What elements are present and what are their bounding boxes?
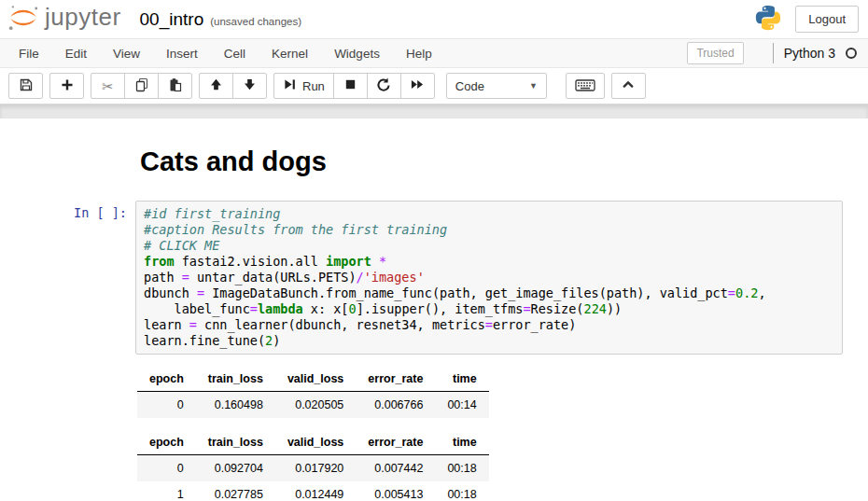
training-results-table-1: epochtrain_lossvalid_losserror_ratetime0… [137,367,489,418]
restart-icon [376,77,391,95]
restart-run-all-button[interactable] [400,73,435,99]
code-line: learn.fine_tune(2) [144,333,834,349]
arrow-down-icon [243,77,257,94]
column-header: epoch [137,367,196,392]
column-header: valid_loss [275,367,356,392]
menu-item-help[interactable]: Help [393,47,445,61]
move-cell-up-button[interactable] [199,73,233,99]
collapse-header-button[interactable] [611,73,646,99]
menu-item-file[interactable]: File [6,47,52,61]
table-row: 00.0927040.0179200.00744200:18 [137,455,489,482]
code-line: dbunch = ImageDataBunch.from_name_func(p… [144,285,834,301]
run-label: Run [302,79,325,93]
python-logo-icon [754,4,782,35]
paste-icon [168,77,183,95]
menu-item-kernel[interactable]: Kernel [259,47,321,61]
column-header: time [435,430,488,455]
column-header: error_rate [356,430,435,455]
code-line: #caption Results from the first training [144,222,834,238]
run-button[interactable]: Run [273,73,334,99]
code-line: path = untar_data(URLs.PETS)/'images' [144,270,834,285]
notebook-container: Cats and dogs In [ ]: #id first_training… [0,118,868,501]
table-row: 10.0277850.0124490.00541300:18 [137,481,489,501]
cell-type-value: Code [455,79,484,93]
code-line: learn = cnn_learner(dbunch, resnet34, me… [144,317,834,333]
kernel-idle-icon [846,48,857,59]
training-results-table-2: epochtrain_lossvalid_losserror_ratetime0… [137,430,489,501]
menu-item-edit[interactable]: Edit [52,47,100,61]
menu-item-view[interactable]: View [100,47,153,61]
menu-item-cell[interactable]: Cell [211,47,259,61]
kernel-name: Python 3 [784,46,835,61]
code-line: from fastai2.vision.all import * [144,254,834,270]
save-icon [19,77,34,95]
copy-icon [134,77,149,95]
toolbar: ✂ [0,68,868,104]
cell-prompt: In [ ]: [0,201,135,355]
chevron-down-icon: ▼ [529,81,538,90]
jupyter-app: jupyter 00_intro (unsaved changes) Logou… [0,0,868,501]
plus-icon [60,77,75,95]
notebook-title[interactable]: 00_intro [140,9,204,30]
cut-cell-button[interactable]: ✂ [91,73,125,99]
menu-item-widgets[interactable]: Widgets [321,47,393,61]
column-header: time [435,367,488,392]
menubar: FileEditViewInsertCellKernelWidgetsHelp … [0,38,868,68]
save-button[interactable] [8,73,43,99]
restart-kernel-button[interactable] [367,73,401,99]
page-title: Cats and dogs [140,146,868,177]
menu-item-insert[interactable]: Insert [153,47,211,61]
stop-icon [343,77,357,94]
keyboard-icon [575,77,595,95]
brand-text: jupyter [45,3,121,35]
jupyter-logo-icon [7,3,39,36]
code-line: #id first_training [144,206,834,222]
column-header: train_loss [196,430,275,455]
column-header: epoch [137,430,196,455]
paste-cell-button[interactable] [158,73,192,99]
cell-outputs: epochtrain_lossvalid_losserror_ratetime0… [137,355,868,501]
code-input[interactable]: #id first_training#caption Results from … [135,201,843,355]
logout-button[interactable]: Logout [795,6,859,33]
checkpoint-status: (unsaved changes) [210,12,301,27]
run-icon [283,77,297,94]
markdown-cell[interactable]: Cats and dogs [0,146,868,177]
chevron-up-icon [621,77,636,94]
column-header: train_loss [196,367,275,392]
code-line: label_func=lambda x: x[0].isupper(), ite… [144,301,834,317]
fast-forward-icon [410,77,425,94]
notebook-top-shadow [0,104,868,118]
jupyter-brand[interactable]: jupyter [7,3,121,36]
notebook-header: jupyter 00_intro (unsaved changes) Logou… [0,0,868,38]
cell-type-select[interactable]: Code ▼ [446,73,547,99]
move-cell-down-button[interactable] [232,73,267,99]
divider [773,43,774,63]
command-palette-button[interactable] [566,73,605,99]
code-cell[interactable]: In [ ]: #id first_training#caption Resul… [0,201,868,355]
trusted-badge[interactable]: Trusted [687,42,743,64]
copy-cell-button[interactable] [124,73,159,99]
arrow-up-icon [209,77,223,94]
add-cell-button[interactable] [49,73,84,99]
interrupt-kernel-button[interactable] [333,73,368,99]
code-line: # CLICK ME [144,238,834,254]
table-row: 00.1604980.0205050.00676600:14 [137,392,489,419]
column-header: valid_loss [275,430,356,455]
scissors-icon: ✂ [102,79,114,93]
column-header: error_rate [356,367,435,392]
